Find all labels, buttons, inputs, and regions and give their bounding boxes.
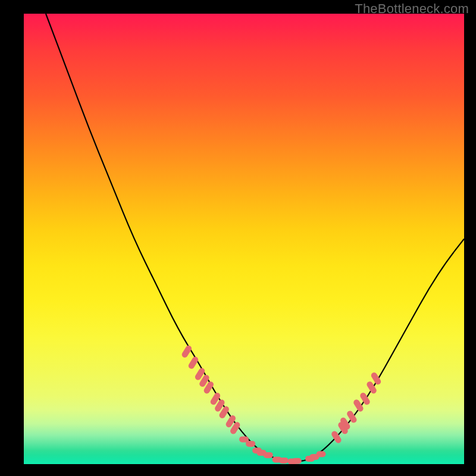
data-marker (264, 452, 273, 458)
plot-area (24, 14, 464, 464)
data-marker (279, 458, 289, 464)
data-marker (187, 356, 199, 370)
data-marker (246, 441, 255, 447)
bottleneck-curve (24, 14, 464, 464)
data-marker (317, 451, 326, 457)
data-marker (292, 458, 302, 464)
curve-line (46, 14, 464, 462)
data-marker (352, 399, 364, 413)
chart-frame: TheBottleneck.com (0, 0, 476, 476)
